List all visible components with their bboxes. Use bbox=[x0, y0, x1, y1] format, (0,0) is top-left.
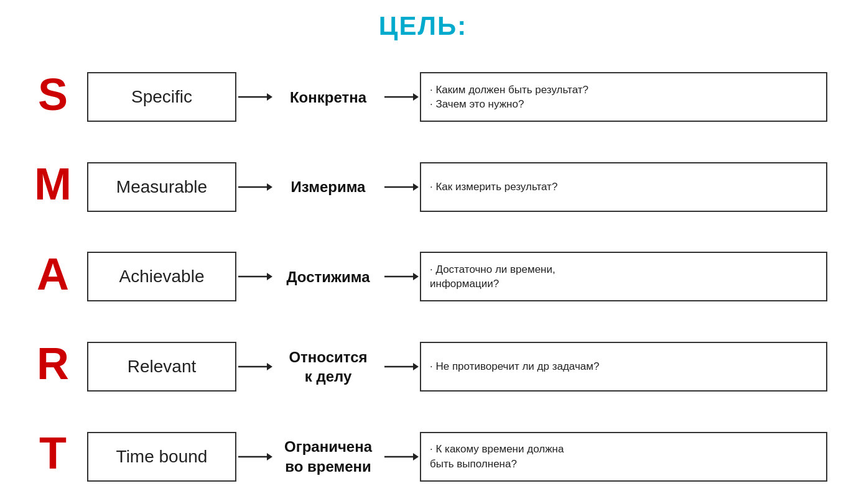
smart-framework: S M A R T Specific Конкретна · Каким дол… bbox=[19, 50, 827, 504]
rus-specific: Конкретна bbox=[274, 88, 383, 107]
svg-marker-19 bbox=[413, 453, 419, 460]
arrow2-timebound bbox=[383, 451, 420, 463]
rus-achievable: Достижима bbox=[274, 267, 383, 286]
rus-relevant: Относитсяк делу bbox=[274, 347, 383, 386]
svg-marker-17 bbox=[267, 453, 272, 460]
arrow-relevant bbox=[236, 360, 274, 373]
arrow2-relevant bbox=[383, 360, 420, 373]
arrow-achievable bbox=[236, 270, 274, 283]
smart-rows: Specific Конкретна · Каким должен быть р… bbox=[87, 50, 827, 504]
eng-relevant: Relevant bbox=[87, 342, 236, 392]
desc-relevant: · Не противоречит ли др задачам? bbox=[420, 342, 827, 392]
desc-achievable: · Достаточно ли времени,информации? bbox=[420, 252, 827, 301]
eng-measurable: Measurable bbox=[87, 162, 236, 212]
arrow2-specific bbox=[383, 91, 420, 103]
rus-measurable: Измерима bbox=[274, 177, 383, 196]
desc-specific: · Каким должен быть результат?· Зачем эт… bbox=[420, 72, 827, 122]
svg-marker-1 bbox=[267, 93, 272, 101]
eng-specific: Specific bbox=[87, 72, 236, 122]
svg-marker-11 bbox=[413, 273, 419, 280]
row-achievable: Achievable Достижима · Достаточно ли вре… bbox=[87, 234, 827, 320]
letter-m: M bbox=[34, 139, 72, 229]
svg-marker-13 bbox=[267, 363, 272, 370]
arrow-measurable bbox=[236, 181, 274, 193]
letter-a: A bbox=[37, 229, 69, 318]
desc-timebound: · К какому времени должнабыть выполнена? bbox=[420, 432, 827, 482]
svg-marker-3 bbox=[413, 93, 419, 101]
arrow2-measurable bbox=[383, 181, 420, 193]
arrow-timebound bbox=[236, 451, 274, 463]
row-measurable: Measurable Измерима · Как измерить резул… bbox=[87, 144, 827, 231]
page-title: ЦЕЛЬ: bbox=[379, 11, 467, 41]
arrow-specific bbox=[236, 91, 274, 103]
svg-marker-5 bbox=[267, 183, 272, 191]
arrow2-achievable bbox=[383, 270, 420, 283]
row-timebound: Time bound Ограниченаво времени · К како… bbox=[87, 413, 827, 500]
row-relevant: Relevant Относитсяк делу · Не противореч… bbox=[87, 324, 827, 410]
rus-timebound: Ограниченаво времени bbox=[274, 437, 383, 475]
letter-t: T bbox=[39, 408, 67, 498]
row-specific: Specific Конкретна · Каким должен быть р… bbox=[87, 54, 827, 140]
svg-marker-15 bbox=[413, 363, 419, 370]
smart-letters-column: S M A R T bbox=[19, 50, 87, 504]
eng-timebound: Time bound bbox=[87, 432, 236, 482]
svg-marker-9 bbox=[267, 273, 272, 280]
desc-measurable: · Как измерить результат? bbox=[420, 162, 827, 212]
eng-achievable: Achievable bbox=[87, 252, 236, 301]
letter-r: R bbox=[37, 319, 69, 408]
svg-marker-7 bbox=[413, 183, 419, 191]
letter-s: S bbox=[38, 50, 68, 139]
